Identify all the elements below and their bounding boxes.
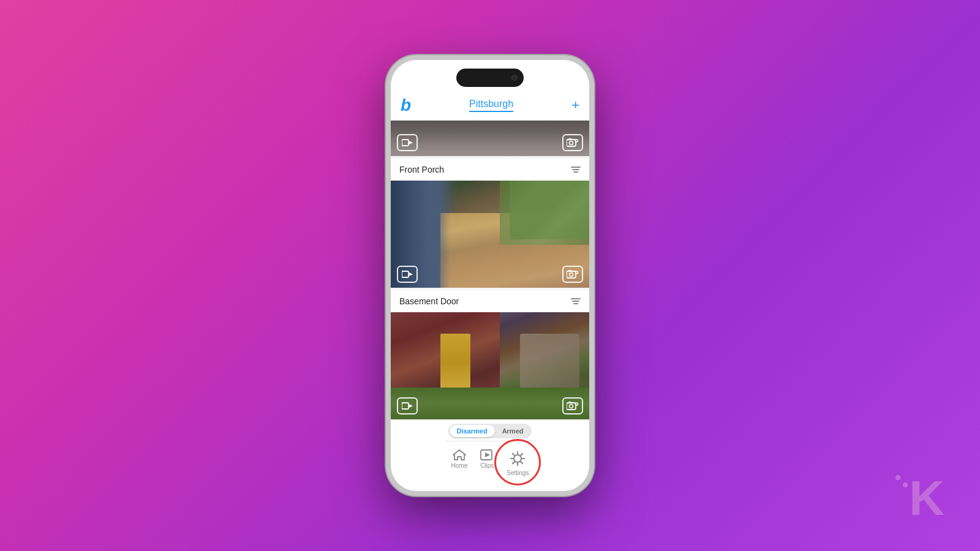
video-record-btn-front-porch[interactable] <box>397 266 418 283</box>
svg-marker-1 <box>409 141 413 144</box>
video-icon-basement-door <box>402 402 413 410</box>
watermark-logo: K <box>895 470 943 527</box>
camera-card-header-front-porch: Front Porch <box>391 159 589 181</box>
svg-point-9 <box>570 273 573 277</box>
camera-name-basement-door: Basement Door <box>399 296 459 306</box>
location-label[interactable]: Pittsburgh <box>469 99 513 112</box>
svg-point-15 <box>570 405 573 408</box>
nav-item-settings[interactable]: Settings <box>500 446 535 479</box>
svg-rect-2 <box>567 140 576 146</box>
camera-feed-basement-door[interactable] <box>391 312 589 419</box>
home-icon-svg <box>453 449 466 461</box>
svg-rect-12 <box>402 403 409 409</box>
arm-section: Disarmed Armed <box>448 420 532 441</box>
watermark-dots <box>895 475 908 487</box>
bottom-controls: Disarmed Armed Home <box>391 420 589 491</box>
camera-card-header-basement-door: Basement Door <box>391 290 589 312</box>
front-camera <box>511 75 518 81</box>
camera-feed-front-porch[interactable] <box>391 181 589 288</box>
snapshot-btn-top[interactable] <box>562 134 583 151</box>
arm-toggle-disarmed[interactable]: Disarmed <box>450 425 495 437</box>
camera-icon-front-porch <box>567 269 579 279</box>
phone-shell: b Pittsburgh + <box>386 55 594 496</box>
arm-toggle[interactable]: Disarmed Armed <box>448 424 532 438</box>
feed-controls-top <box>391 129 589 156</box>
svg-marker-13 <box>409 404 413 408</box>
svg-marker-18 <box>453 450 466 460</box>
dot-3 <box>895 482 900 487</box>
video-record-btn-basement-door[interactable] <box>397 397 418 414</box>
arm-toggle-armed[interactable]: Armed <box>495 425 531 437</box>
app-content: b Pittsburgh + <box>391 60 589 491</box>
svg-marker-7 <box>409 272 413 276</box>
nav-label-settings: Settings <box>507 470 529 476</box>
svg-marker-20 <box>485 452 490 457</box>
svg-rect-8 <box>567 271 576 278</box>
filter-line-3 <box>573 171 578 173</box>
svg-point-11 <box>576 271 578 274</box>
nav-item-home[interactable]: Home <box>445 446 474 471</box>
camera-card-front-porch: Front Porch <box>391 159 589 288</box>
camera-card-basement-door: Basement Door <box>391 290 589 419</box>
clips-icon-svg <box>480 449 494 460</box>
bottom-navigation: Home Clips <box>445 441 535 491</box>
dot-2 <box>903 475 908 480</box>
svg-point-3 <box>570 141 573 145</box>
svg-rect-10 <box>568 270 571 272</box>
camera-icon-top <box>567 138 579 148</box>
dynamic-island <box>456 69 524 87</box>
video-record-btn-top[interactable] <box>397 134 418 151</box>
svg-point-17 <box>576 403 578 405</box>
filter-line-1 <box>571 167 581 168</box>
camera-feed-roof[interactable] <box>391 121 589 156</box>
filter-icon-basement-door[interactable] <box>571 298 581 304</box>
video-icon-top <box>402 139 413 146</box>
gear-icon-svg <box>508 449 527 468</box>
clips-icon <box>480 449 494 461</box>
svg-rect-16 <box>568 402 571 403</box>
app-logo: b <box>401 97 411 114</box>
filter-line-b2 <box>572 301 579 302</box>
home-icon <box>452 449 467 461</box>
snapshot-btn-front-porch[interactable] <box>562 266 583 283</box>
camera-card-top-partial <box>391 121 589 156</box>
feed-controls-basement-door <box>391 392 589 419</box>
filter-line-2 <box>572 169 579 170</box>
camera-list: Front Porch <box>391 121 589 420</box>
filter-icon-front-porch[interactable] <box>571 167 581 173</box>
filter-line-b1 <box>571 298 581 299</box>
video-icon-front-porch <box>402 271 413 278</box>
dot-4 <box>903 482 908 487</box>
camera-icon-basement-door <box>567 401 579 411</box>
svg-rect-0 <box>402 140 409 146</box>
svg-rect-4 <box>568 138 571 140</box>
watermark-letter: K <box>909 470 943 527</box>
add-button[interactable]: + <box>571 97 579 113</box>
snapshot-btn-basement-door[interactable] <box>562 397 583 414</box>
svg-rect-6 <box>402 271 409 277</box>
nav-item-clips[interactable]: Clips <box>473 446 500 471</box>
feed-controls-front-porch <box>391 261 589 288</box>
svg-point-5 <box>576 140 578 142</box>
svg-rect-14 <box>567 403 576 410</box>
nav-label-clips: Clips <box>480 462 494 469</box>
filter-line-b3 <box>573 303 578 304</box>
camera-name-front-porch: Front Porch <box>399 165 444 174</box>
nav-label-home: Home <box>451 462 468 469</box>
gear-icon <box>508 449 527 468</box>
dot-1 <box>895 475 900 480</box>
